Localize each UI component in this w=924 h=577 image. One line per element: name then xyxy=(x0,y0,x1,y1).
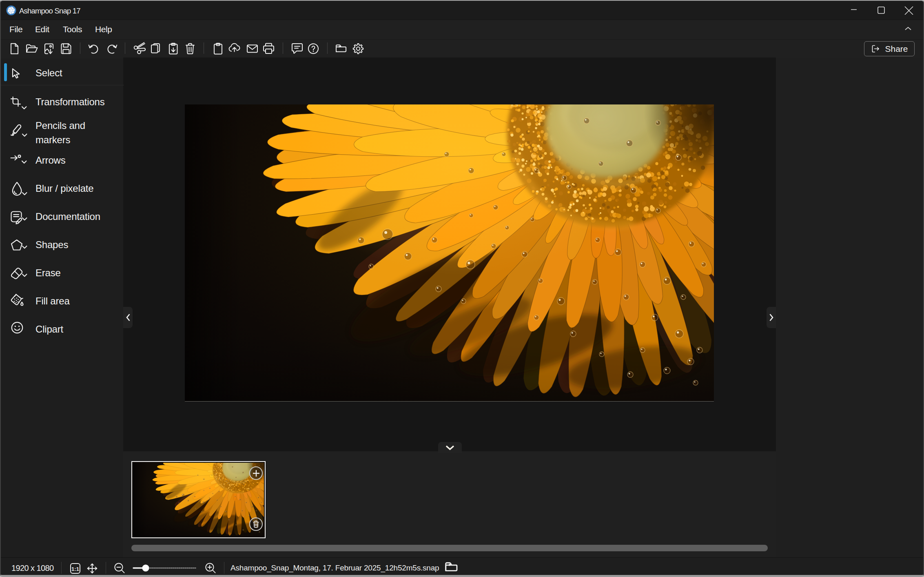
svg-text:1:1: 1:1 xyxy=(71,566,79,572)
